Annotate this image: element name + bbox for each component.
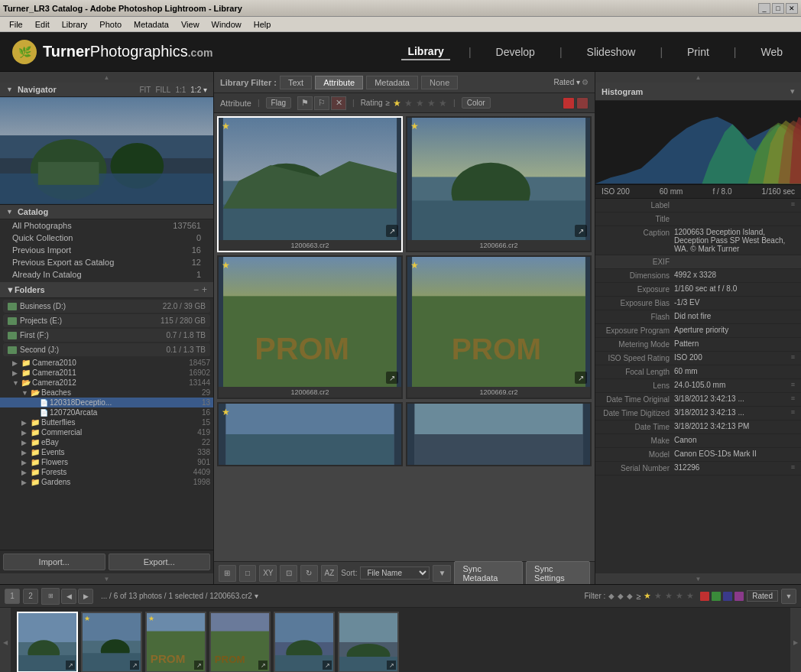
filmstrip-thumb-3[interactable]: PROM ★ ↗ — [145, 612, 206, 672]
scroll-down-left[interactable]: ▼ — [0, 573, 213, 584]
photo-cell-2[interactable]: ★ ↗ 1200666.cr2 — [406, 116, 592, 252]
star-4[interactable]: ★ — [427, 98, 436, 109]
drive-projects[interactable]: Projects (E:) 115 / 280 GB — [3, 314, 210, 327]
scroll-up-right[interactable]: ▲ — [595, 72, 801, 83]
folders-remove[interactable]: − — [193, 284, 199, 295]
filmstrip-thumb-6[interactable]: ↗ — [338, 612, 399, 672]
nav-slideshow[interactable]: Slideshow — [581, 44, 642, 60]
catalog-already-in[interactable]: Already In Catalog 1 — [0, 268, 213, 281]
catalog-all-photos[interactable]: All Photographs 137561 — [0, 219, 213, 232]
menu-photo[interactable]: Photo — [93, 20, 128, 29]
fs-star-1[interactable]: ★ — [644, 591, 651, 601]
tree-arcata[interactable]: ▶ 📄 120720Arcata 16 — [0, 407, 213, 417]
tree-events[interactable]: ▶ 📁 Events 338 — [0, 447, 213, 457]
tree-butterflies[interactable]: ▶ 📁 Butterflies 15 — [0, 417, 213, 427]
menu-view[interactable]: View — [175, 20, 206, 29]
navigator-header[interactable]: ▼ Navigator FIT FILL 1:1 1:2 ▾ — [0, 83, 213, 97]
tree-camera2010[interactable]: ▶ 📁 Camera2010 18457 — [0, 358, 213, 368]
sort-direction-btn[interactable]: ▼ — [433, 565, 451, 582]
photo-cell-3[interactable]: ★ PROM ↗ 1200668.cr2 — [217, 255, 403, 399]
folders-header[interactable]: ▼ Folders − + — [0, 282, 213, 298]
tree-commercial[interactable]: ▶ 📁 Commercial 419 — [0, 427, 213, 437]
sync-metadata-button[interactable]: Sync Metadata — [454, 561, 523, 585]
histogram-options-icon[interactable]: ▾ — [790, 86, 795, 96]
catalog-previous-import[interactable]: Previous Import 16 — [0, 244, 213, 256]
filmstrip-thumb-4[interactable]: PROM ↗ — [209, 612, 271, 672]
menu-window[interactable]: Window — [206, 20, 248, 29]
fs-color-blue[interactable] — [723, 592, 732, 601]
tree-deception[interactable]: ▶ 📄 120318Deceptio... 13 — [0, 398, 213, 407]
star-1[interactable]: ★ — [393, 98, 401, 109]
fs-star-5[interactable]: ★ — [686, 591, 694, 601]
close-button[interactable]: ✕ — [786, 3, 798, 14]
maximize-button[interactable]: □ — [772, 3, 784, 14]
flag-any[interactable]: ⚐ — [314, 96, 329, 110]
page-2-btn[interactable]: 2 — [23, 589, 38, 604]
fs-star-4[interactable]: ★ — [676, 591, 683, 601]
nav-print[interactable]: Print — [681, 44, 715, 60]
page-1-btn[interactable]: 1 — [5, 589, 20, 604]
tree-camera2011[interactable]: ▶ 📁 Camera2011 16902 — [0, 368, 213, 378]
filmstrip-thumb-1[interactable]: ↗ — [17, 612, 78, 672]
flag-pick[interactable]: ⚑ — [297, 96, 313, 110]
filter-tab-none[interactable]: None — [421, 76, 458, 89]
filmstrip-scroll-right[interactable]: ▶ — [790, 608, 801, 672]
menu-edit[interactable]: Edit — [29, 20, 56, 29]
fs-color-green[interactable] — [712, 592, 721, 601]
nav-fit[interactable]: FIT — [139, 86, 151, 94]
filmstrip-grid-btn[interactable]: ⊞ — [41, 588, 60, 605]
sort-select[interactable]: File Name Capture Time Edit Time Rating — [360, 566, 430, 579]
meta-serial-expand[interactable]: ≡ — [791, 463, 795, 471]
import-button[interactable]: Import... — [3, 554, 105, 570]
star-5[interactable]: ★ — [439, 98, 447, 109]
scroll-up-left[interactable]: ▲ — [0, 72, 213, 83]
filter-tab-text[interactable]: Text — [280, 76, 312, 89]
filter-tab-attribute[interactable]: Attribute — [315, 76, 363, 89]
nav-1-1[interactable]: 1:1 — [175, 86, 186, 94]
filmstrip-filter-icon-3[interactable]: ◆ — [627, 592, 633, 600]
drive-first[interactable]: First (F:) 0.7 / 1.8 TB — [3, 329, 210, 342]
export-button[interactable]: Export... — [109, 554, 211, 570]
filmstrip-filter-icon-2[interactable]: ◆ — [618, 592, 624, 600]
color-red[interactable] — [563, 97, 575, 109]
filmstrip-prev-btn[interactable]: ◀ — [61, 589, 76, 604]
catalog-header[interactable]: ▼ Catalog — [0, 205, 213, 219]
filmstrip-filter-icon-1[interactable]: ◆ — [608, 592, 615, 600]
filmstrip-scroll-left[interactable]: ◀ — [0, 608, 11, 672]
tree-ebay[interactable]: ▶ 📁 eBay 22 — [0, 437, 213, 447]
catalog-previous-export[interactable]: Previous Export as Catalog 12 — [0, 256, 213, 268]
filter-tab-metadata[interactable]: Metadata — [366, 76, 418, 89]
nav-fill[interactable]: FILL — [155, 86, 170, 94]
star-3[interactable]: ★ — [416, 98, 424, 109]
fs-star-3[interactable]: ★ — [665, 591, 673, 601]
tree-gardens[interactable]: ▶ 📁 Gardens 1998 — [0, 477, 213, 487]
filmstrip-thumb-2[interactable]: ★ ↗ — [81, 612, 142, 672]
tree-flowers[interactable]: ▶ 📁 Flowers 901 — [0, 457, 213, 467]
menu-file[interactable]: File — [3, 20, 29, 29]
rotate-btn[interactable]: ↻ — [300, 565, 318, 582]
menu-library[interactable]: Library — [56, 20, 94, 29]
filter-settings-icon[interactable]: ⚙ — [582, 78, 589, 86]
tree-beaches[interactable]: ▼ 📂 Beaches 29 — [0, 388, 213, 398]
meta-lens-expand[interactable]: ≡ — [791, 381, 795, 388]
star-2[interactable]: ★ — [404, 98, 413, 109]
nav-web[interactable]: Web — [754, 44, 789, 60]
meta-label-expand[interactable]: ≡ — [791, 200, 795, 208]
meta-iso-expand[interactable]: ≡ — [791, 353, 795, 361]
nav-1-2[interactable]: 1:2 ▾ — [190, 86, 207, 94]
minimize-button[interactable]: _ — [758, 3, 770, 14]
sync-settings-button[interactable]: Sync Settings — [526, 561, 590, 585]
drive-business[interactable]: Business (D:) 22.0 / 39 GB — [3, 300, 210, 313]
drive-second[interactable]: Second (J:) 0.1 / 1.3 TB — [3, 343, 210, 356]
flag-reject[interactable]: ✕ — [331, 96, 346, 110]
folders-add[interactable]: + — [202, 284, 207, 295]
meta-dtd-expand[interactable]: ≡ — [791, 408, 795, 416]
filter-rated[interactable]: Rated ▾ ⚙ — [554, 78, 589, 86]
photo-cell-1[interactable]: ★ ↗ 1200663.cr2 — [217, 116, 403, 252]
color-reject[interactable] — [576, 97, 589, 109]
nav-develop[interactable]: Develop — [490, 44, 541, 60]
photo-cell-4[interactable]: ★ PROM ↗ 1200669.cr2 — [406, 255, 592, 399]
tree-camera2012[interactable]: ▼ 📂 Camera2012 13144 — [0, 378, 213, 388]
fs-color-red[interactable] — [700, 592, 709, 601]
grid-view-btn[interactable]: ⊞ — [219, 565, 236, 582]
